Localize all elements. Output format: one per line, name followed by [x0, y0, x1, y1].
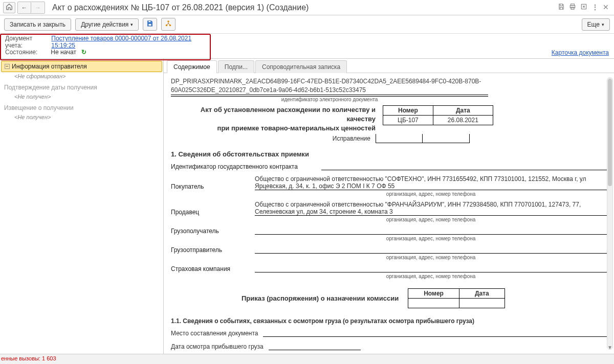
- arrow-right-icon: →: [35, 4, 41, 11]
- hdr-date-label: Дата: [433, 105, 493, 115]
- status-value: Не начат: [51, 49, 76, 56]
- accounting-doc-label: Документ учета:: [5, 35, 48, 49]
- action-bar: Записать и закрыть Другие действия ▾ Еще…: [0, 15, 614, 34]
- tree-item-receipt-notice[interactable]: Извещение о получении: [1, 103, 162, 113]
- hierarchy-button[interactable]: [161, 18, 176, 31]
- buyer-value: Общество с ограниченной ответственностью…: [255, 175, 607, 190]
- top-toolbar: ← → Акт о расхождениях № ЦБ-107 от 26.08…: [0, 0, 614, 15]
- insurance-label: Страховая компания: [171, 265, 248, 272]
- refresh-icon[interactable]: ↻: [81, 49, 86, 56]
- forward-button[interactable]: →: [31, 2, 45, 13]
- scroll-thumb[interactable]: [608, 79, 612, 186]
- tree-item-label: Информация отправителя: [12, 63, 87, 70]
- more-menu-icon[interactable]: ⋮: [591, 3, 599, 12]
- back-button[interactable]: ←: [18, 2, 31, 13]
- correction-label: Исправление: [171, 135, 370, 142]
- scrollbar[interactable]: ▲ ▼: [607, 77, 613, 350]
- svg-point-6: [168, 20, 170, 22]
- buyer-label: Покупатель: [171, 183, 248, 190]
- seller-note: организация, адрес, номер телефона: [171, 217, 607, 222]
- tree-item-sender-status: <Не сформирован>: [1, 72, 162, 82]
- order-num-label: Номер: [408, 289, 459, 299]
- document-area[interactable]: DP_PRIRASXPRINMARK_2AEACD64B99-16FC-47ED…: [164, 73, 614, 354]
- buyer-note: организация, адрес, номер телефона: [171, 191, 607, 197]
- gov-contract-value: [321, 162, 607, 170]
- insurance-value: [255, 264, 607, 272]
- seller-label: Продавец: [171, 209, 248, 216]
- print-icon[interactable]: [569, 3, 576, 12]
- header-table: Номер Дата ЦБ-107 26.08.2021: [383, 105, 493, 125]
- inspection-date-value: [269, 342, 361, 350]
- other-actions-button[interactable]: Другие действия ▾: [75, 18, 139, 31]
- tree-item-receipt-status: <Не получен>: [1, 93, 162, 103]
- order-table: Номер Дата: [408, 288, 505, 308]
- correction-cells: [376, 134, 470, 143]
- consignor-value: [255, 245, 607, 254]
- save-close-label: Записать и закрыть: [10, 21, 65, 28]
- status-label: Состояние:: [5, 49, 37, 56]
- chevron-down-icon: ▾: [602, 22, 604, 27]
- home-button[interactable]: [3, 2, 15, 13]
- minus-icon: −: [5, 64, 10, 69]
- chevron-down-icon: ▾: [130, 22, 133, 27]
- more-label: Еще: [587, 21, 600, 28]
- window-title: Акт о расхождениях № ЦБ-107 от 26.08.202…: [47, 3, 556, 12]
- order-title: Приказ (распоряжения) о назначении комис…: [242, 294, 399, 302]
- inspection-date-label: Дата осмотра прибывшего груза: [171, 343, 264, 350]
- section-1-title: 1. Сведения об обстоятельствах приемки: [171, 150, 607, 158]
- other-actions-label: Другие действия: [81, 21, 128, 28]
- tree-item-receipt-confirm[interactable]: Подтверждение даты получения: [1, 82, 162, 93]
- disk-save-button[interactable]: [143, 18, 157, 31]
- scroll-down-icon[interactable]: ▼: [607, 345, 612, 350]
- gov-contract-label: Идентификатор государственного контракта: [171, 163, 314, 170]
- more-button[interactable]: Еще ▾: [582, 18, 610, 31]
- left-tree-pane: − Информация отправителя <Не сформирован…: [0, 59, 164, 354]
- doc-header-title-2: при приемке товарно-материальных ценност…: [171, 124, 376, 133]
- svg-rect-5: [148, 24, 151, 26]
- seller-value: Общество с ограниченной ответственностью…: [255, 201, 607, 216]
- order-date-label: Дата: [459, 289, 505, 299]
- consignee-value: [255, 226, 607, 235]
- hierarchy-icon: [165, 20, 172, 29]
- close-icon[interactable]: ✕: [603, 3, 609, 12]
- tab-signatures[interactable]: Подпи...: [218, 60, 254, 73]
- tab-content[interactable]: Содержимое: [167, 60, 217, 73]
- place-label: Место составления документа: [171, 330, 258, 337]
- svg-rect-4: [148, 21, 151, 22]
- consignor-label: Грузоотправитель: [171, 246, 248, 254]
- hdr-date-value: 26.08.2021: [433, 115, 493, 125]
- save-close-button[interactable]: Записать и закрыть: [4, 18, 71, 31]
- consignee-note: организация, адрес, номер телефона: [171, 236, 607, 241]
- doc-id-note: идентификатор электронного документа: [171, 96, 488, 102]
- tree-item-sender-info[interactable]: − Информация отправителя: [1, 61, 162, 72]
- tab-label: Подпи...: [225, 63, 248, 71]
- accounting-doc-link[interactable]: Поступление товаров 0000-000007 от 26.08…: [51, 35, 206, 49]
- status-text: енные вызовы: 1 603: [1, 355, 56, 361]
- tab-cover-note[interactable]: Сопроводительная записка: [255, 60, 347, 73]
- document-card-link[interactable]: Карточка документа: [552, 49, 609, 56]
- doc-id-line1: DP_PRIRASXPRINMARK_2AEACD64B99-16FC-47ED…: [171, 77, 607, 86]
- tree-item-label: Подтверждение даты получения: [4, 84, 97, 91]
- nav-group: ← →: [17, 2, 45, 14]
- status-bar: енные вызовы: 1 603: [0, 354, 614, 364]
- insurance-note: организация, адрес, номер телефона: [171, 274, 607, 279]
- tree-item-notice-status: <Не получен>: [1, 113, 162, 123]
- section-11-title: 1.1. Сведения о событиях, связанных с ос…: [171, 317, 607, 325]
- place-value: [263, 329, 607, 337]
- doc-header-title-1: Акт об установленном расхождении по коли…: [171, 105, 376, 124]
- tab-label: Содержимое: [173, 63, 210, 71]
- tab-label: Сопроводительная записка: [262, 63, 340, 71]
- consignee-label: Грузополучатель: [171, 228, 248, 235]
- save-icon[interactable]: [558, 3, 565, 12]
- arrow-left-icon: ←: [21, 4, 28, 11]
- consignor-note: организация, адрес, номер телефона: [171, 255, 607, 260]
- tree-item-label: Извещение о получении: [4, 104, 74, 111]
- hdr-num-value: ЦБ-107: [383, 115, 433, 125]
- home-icon: [6, 3, 13, 12]
- expand-icon[interactable]: [580, 3, 587, 12]
- tabs: Содержимое Подпи... Сопроводительная зап…: [164, 59, 614, 73]
- disk-icon: [146, 20, 154, 29]
- hdr-num-label: Номер: [383, 105, 433, 115]
- doc-id-line2: 60A025C326DE_20210827_0db7ce1a-9a06-4d62…: [171, 86, 488, 95]
